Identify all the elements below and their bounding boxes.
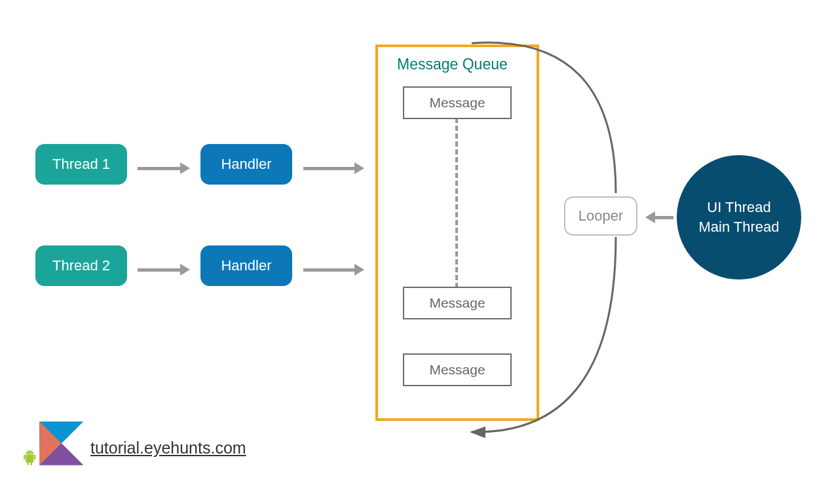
message-1-label: Message [429, 95, 485, 111]
thread-1-label: Thread 1 [52, 156, 110, 173]
message-3-box: Message [403, 353, 512, 386]
svg-rect-2 [34, 455, 35, 460]
arrow-handler2-queue [303, 264, 364, 276]
handler-2-label: Handler [221, 257, 271, 274]
footer-link[interactable]: tutorial.eyehunts.com [90, 439, 246, 458]
ui-thread-circle: UI Thread Main Thread [677, 155, 801, 279]
arrow-uithread-looper [645, 211, 673, 223]
arrow-thread1-handler1 [138, 162, 190, 174]
diagram-canvas: Thread 1 Thread 2 Handler Handler Messag… [0, 0, 832, 504]
handler-2-box: Handler [200, 245, 292, 286]
thread-1-box: Thread 1 [35, 144, 127, 185]
svg-line-8 [31, 449, 33, 451]
svg-rect-4 [31, 461, 32, 465]
thread-2-label: Thread 2 [52, 257, 110, 274]
message-queue-title: Message Queue [397, 56, 508, 73]
message-1-box: Message [403, 86, 512, 119]
looper-box: Looper [564, 196, 637, 236]
arrow-handler1-queue [303, 162, 364, 174]
message-2-label: Message [429, 295, 485, 311]
ui-thread-line2: Main Thread [698, 217, 779, 237]
thread-2-box: Thread 2 [35, 245, 127, 286]
arrow-thread2-handler2 [138, 264, 190, 276]
svg-line-7 [27, 449, 28, 451]
ui-thread-line1: UI Thread [707, 198, 770, 217]
handler-1-box: Handler [200, 144, 292, 185]
message-2-box: Message [403, 287, 512, 319]
svg-point-6 [31, 452, 33, 453]
message-3-label: Message [429, 362, 485, 378]
svg-rect-1 [24, 455, 25, 460]
svg-point-5 [28, 452, 29, 453]
message-dashed-connector [455, 118, 458, 288]
looper-label: Looper [578, 207, 624, 225]
kotlin-logo [21, 422, 83, 484]
svg-rect-3 [28, 461, 29, 465]
handler-1-label: Handler [221, 156, 271, 173]
